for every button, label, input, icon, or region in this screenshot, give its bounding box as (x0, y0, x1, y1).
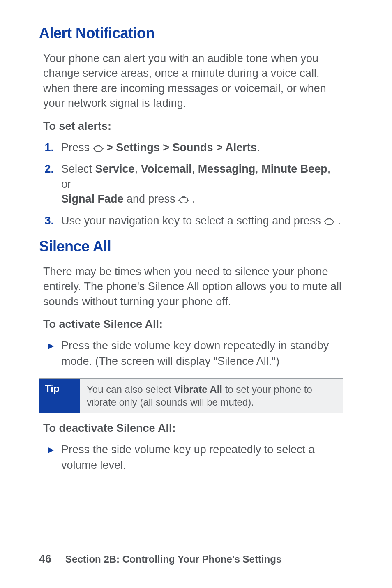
segment: , (135, 163, 141, 175)
list-item: ▶ Press the side volume key up repeatedl… (39, 442, 343, 473)
segment: , (192, 163, 198, 175)
step-text: Press > Settings > Sounds > Alerts. (61, 140, 343, 156)
segment: Select (61, 163, 95, 175)
segment: . (334, 214, 341, 227)
segment-bold: > Settings > Sounds > Alerts (104, 141, 257, 154)
deactivate-bullets: ▶ Press the side volume key up repeatedl… (39, 442, 343, 473)
ok-key-icon (93, 141, 104, 156)
segment: . (189, 193, 195, 205)
list-item: ▶ Press the side volume key down repeate… (39, 338, 343, 369)
tip-body: You can also select Vibrate All to set y… (80, 379, 343, 413)
svg-point-8 (325, 219, 333, 225)
segment: . (257, 141, 260, 154)
svg-point-4 (180, 197, 188, 203)
tip-box: Tip You can also select Vibrate All to s… (39, 378, 343, 413)
alert-intro: Your phone can alert you with an audible… (39, 51, 343, 111)
set-alerts-header: To set alerts: (39, 120, 343, 133)
step-number: 1. (39, 140, 61, 155)
bullet-icon: ▶ (39, 338, 61, 351)
alert-steps: 1. Press > Settings > Sounds > Alerts. 2… (39, 140, 343, 229)
page-number: 46 (39, 553, 51, 565)
bullet-icon: ▶ (39, 442, 61, 455)
ok-key-icon (178, 192, 189, 207)
bullet-text: Press the side volume key down repeatedl… (61, 338, 343, 369)
segment: , (255, 163, 261, 175)
segment-bold: Service (95, 163, 135, 175)
segment: and press (124, 193, 179, 205)
step-number: 2. (39, 161, 61, 176)
step-text: Use your navigation key to select a sett… (61, 213, 343, 229)
bullet-text: Press the side volume key up repeatedly … (61, 442, 343, 473)
section-title: Section 2B: Controlling Your Phone's Set… (65, 553, 281, 565)
ok-key-icon (324, 214, 334, 229)
segment-bold: Minute Beep (261, 163, 327, 175)
step-number: 3. (39, 213, 61, 228)
step-2: 2. Select Service, Voicemail, Messaging,… (39, 161, 343, 207)
tip-label: Tip (39, 379, 80, 413)
segment-bold: Vibrate All (174, 384, 222, 395)
segment-bold: Signal Fade (61, 193, 124, 205)
svg-point-0 (94, 146, 102, 152)
page-footer: 46Section 2B: Controlling Your Phone's S… (39, 553, 281, 565)
silence-intro: There may be times when you need to sile… (39, 264, 343, 309)
segment-bold: Voicemail (141, 163, 192, 175)
heading-alert-notification: Alert Notification (39, 25, 343, 42)
activate-bullets: ▶ Press the side volume key down repeate… (39, 338, 343, 369)
deactivate-header: To deactivate Silence All: (39, 422, 343, 435)
segment: Use your navigation key to select a sett… (61, 214, 324, 227)
segment-bold: Messaging (198, 163, 256, 175)
heading-silence-all: Silence All (39, 238, 343, 255)
step-1: 1. Press > Settings > Sounds > Alerts. (39, 140, 343, 156)
step-3: 3. Use your navigation key to select a s… (39, 213, 343, 229)
segment: You can also select (87, 384, 174, 395)
segment: Press (61, 141, 93, 154)
activate-header: To activate Silence All: (39, 318, 343, 331)
step-text: Select Service, Voicemail, Messaging, Mi… (61, 161, 343, 207)
